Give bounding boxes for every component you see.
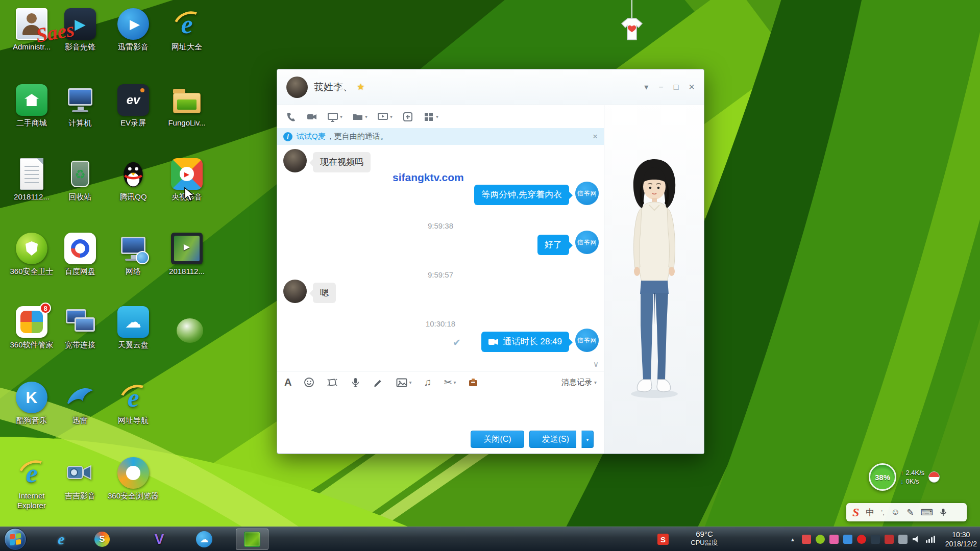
- peer-message-avatar[interactable]: [283, 280, 307, 303]
- 360-software-manager-icon: 8: [16, 306, 47, 338]
- taskbar-sogou-browser[interactable]: S: [91, 529, 113, 549]
- scroll-to-bottom-icon[interactable]: ∨: [593, 360, 599, 369]
- desktop-icon-360-software-manager[interactable]: 8 360软件管家: [5, 306, 58, 350]
- desktop-icon-kugou-music[interactable]: K 酷狗音乐: [5, 382, 58, 425]
- volume-icon[interactable]: [912, 535, 921, 544]
- call-record-bubble[interactable]: 通话时长 28:49: [481, 332, 569, 352]
- window-shake-icon[interactable]: [327, 377, 338, 388]
- screenshot-icon[interactable]: ✂ ▾: [444, 377, 456, 388]
- desktop-icon-jiji-player[interactable]: 吉吉影音: [54, 457, 107, 501]
- close-chat-button[interactable]: 关闭(C): [471, 431, 524, 448]
- taskbar-active-app[interactable]: [236, 529, 268, 550]
- cpu-temp-widget: 69°C CPU温度: [683, 530, 726, 547]
- create-group-icon[interactable]: [402, 111, 413, 122]
- ime-handwriting-icon[interactable]: ✎: [906, 507, 914, 518]
- screen-share-icon[interactable]: ▾: [327, 111, 342, 122]
- doodle-icon[interactable]: [373, 377, 384, 388]
- emoji-icon[interactable]: [304, 377, 314, 388]
- tray-icon-dark[interactable]: [871, 535, 880, 544]
- tray-icon-crimson[interactable]: [885, 535, 894, 544]
- notice-close-icon[interactable]: ×: [593, 132, 598, 142]
- video-call-icon[interactable]: [306, 111, 317, 122]
- self-message-avatar[interactable]: 信爷网: [575, 231, 599, 254]
- system-tray: ▲: [788, 527, 935, 551]
- send-image-icon[interactable]: ▾: [396, 378, 411, 388]
- cpu-temp-value: 69°C: [683, 530, 726, 539]
- desktop-icon-360-browser[interactable]: 360安全浏览器: [107, 457, 160, 501]
- send-button[interactable]: 发送(S): [529, 431, 576, 448]
- ime-emoji-icon[interactable]: ☺: [891, 507, 900, 517]
- tray-icon-reddot[interactable]: [857, 535, 866, 544]
- tray-icon-pink[interactable]: [829, 535, 839, 544]
- close-button[interactable]: ×: [689, 81, 695, 93]
- ime-language-toggle[interactable]: 中: [866, 507, 874, 518]
- tray-sogou-icon[interactable]: S: [657, 534, 669, 545]
- taskbar-v-app[interactable]: V: [148, 529, 170, 549]
- 360-mini-ball-icon[interactable]: [928, 471, 940, 483]
- desktop-icon-baidu-netdisk[interactable]: 百度网盘: [54, 233, 107, 277]
- desktop-icon-tencent-qq[interactable]: 腾讯QQ: [107, 158, 160, 202]
- xunlei-player-icon: ▶: [117, 8, 149, 40]
- desktop-icon-network[interactable]: 网络: [107, 233, 160, 277]
- desktop-icon-360-safeguard[interactable]: 360安全卫士: [5, 233, 58, 277]
- remote-demo-icon[interactable]: ▾: [377, 111, 393, 122]
- taskbar-clock[interactable]: 10:30 2018/12/2: [945, 530, 977, 548]
- network-signal-icon[interactable]: [926, 535, 935, 544]
- start-button[interactable]: [4, 528, 27, 550]
- peer-avatar[interactable]: [286, 77, 308, 98]
- sogou-ime-bar[interactable]: S 中 ’, ☺ ✎ ⌨: [846, 503, 967, 521]
- font-style-icon[interactable]: A: [284, 377, 291, 388]
- desktop-icon-secondhand-mall[interactable]: 二手商城: [5, 84, 58, 128]
- desktop-icon-web-navigation[interactable]: e 网址导航: [107, 382, 160, 425]
- kugou-music-icon: K: [16, 382, 47, 413]
- qmic-link[interactable]: 试试Q麦: [297, 132, 326, 141]
- self-message-avatar[interactable]: 信爷网: [575, 329, 599, 352]
- send-options-icon[interactable]: ▾: [581, 431, 594, 448]
- desktop-icon-xunlei[interactable]: 迅雷: [54, 382, 107, 425]
- desktop-icon-recycle-bin[interactable]: ♻ 回收站: [54, 158, 107, 202]
- qq-show-character[interactable]: [619, 156, 690, 401]
- ime-mic-icon[interactable]: [940, 508, 947, 516]
- desktop-icon-ev-recorder[interactable]: ev EV录屏: [107, 84, 160, 128]
- minimize-button[interactable]: −: [658, 83, 663, 92]
- voice-call-icon[interactable]: [285, 111, 297, 122]
- desktop-icon-tianyi-cloud[interactable]: ☁ 天翼云盘: [107, 306, 160, 350]
- window-titlebar[interactable]: 莪姓李、 ★ ▾ − □ ×: [277, 69, 704, 105]
- message-box-icon[interactable]: [468, 378, 478, 388]
- tray-icon-gray[interactable]: [898, 535, 908, 544]
- ime-punctuation-toggle[interactable]: ’,: [881, 509, 885, 516]
- skin-dropdown-icon[interactable]: ▾: [644, 82, 648, 92]
- sogou-logo-icon[interactable]: S: [852, 506, 859, 519]
- send-file-icon[interactable]: ▾: [352, 111, 368, 122]
- tray-icon-red[interactable]: [802, 535, 811, 544]
- message-history-button[interactable]: 消息记录 ▾: [561, 378, 597, 387]
- message-list[interactable]: 现在视频吗 sifangktv.com 等两分钟,先穿着内衣 信爷网 9:59:…: [277, 145, 604, 371]
- desktop-icon-computer[interactable]: 计算机: [54, 84, 107, 128]
- taskbar: e S V ☁ S 69°C CPU温度 ▲ 10:30 2018/1: [0, 527, 980, 551]
- upload-arrow-icon: ↑: [900, 469, 904, 477]
- tray-icon-green[interactable]: [816, 535, 825, 544]
- apps-grid-icon[interactable]: ▾: [423, 111, 438, 122]
- desktop-icon-web-collection[interactable]: e 网址大全: [160, 8, 213, 52]
- peer-message-avatar[interactable]: [283, 149, 307, 172]
- info-icon: i: [283, 132, 292, 141]
- maximize-button[interactable]: □: [674, 83, 679, 92]
- net-speed-widget[interactable]: 38% ↑2.4K/s ↓0K/s: [869, 463, 940, 491]
- taskbar-cloud-app[interactable]: ☁: [193, 529, 215, 549]
- desktop-icon-xunlei-player[interactable]: ▶ 迅雷影音: [107, 8, 160, 52]
- hidden-icons-button[interactable]: ▲: [788, 535, 797, 544]
- taskbar-internet-explorer[interactable]: e: [50, 529, 72, 549]
- desktop-icon-fungolive-folder[interactable]: FungoLiv...: [160, 84, 213, 128]
- ime-keyboard-icon[interactable]: ⌨: [920, 507, 933, 518]
- desktop-icon-internet-explorer[interactable]: e Internet Explorer: [5, 457, 58, 511]
- message-input-area[interactable]: [277, 393, 604, 425]
- self-message-avatar[interactable]: 信爷网: [575, 182, 599, 205]
- video-call-icon: [488, 338, 499, 345]
- desktop-icon-text-document[interactable]: 2018112...: [5, 158, 58, 202]
- 360-speed-ball[interactable]: 38%: [869, 463, 896, 491]
- voice-message-icon[interactable]: [350, 377, 361, 388]
- tray-icon-blue[interactable]: [843, 535, 852, 544]
- music-icon[interactable]: ♫: [424, 377, 431, 388]
- desktop-icon-broadband-connection[interactable]: 宽带连接: [54, 306, 107, 350]
- desktop-icon-video-file[interactable]: ▶ 2018112...: [160, 233, 213, 277]
